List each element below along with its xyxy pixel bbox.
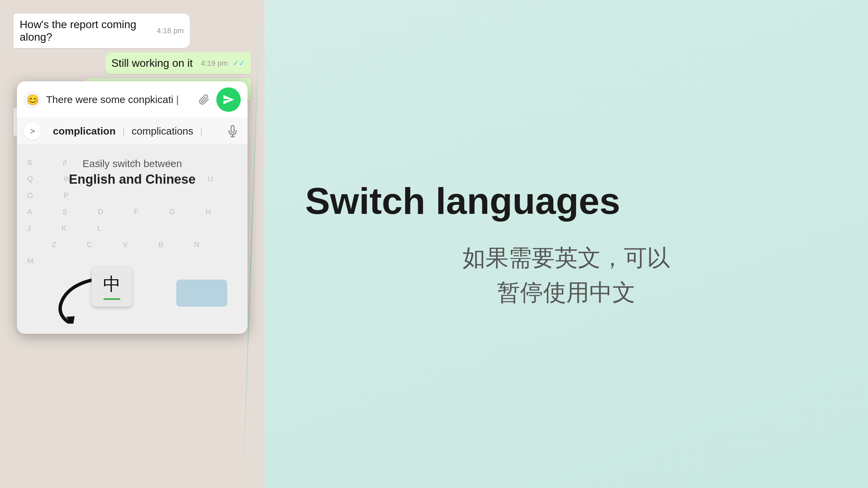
message-sent-2: Still working on it 4:19 pm ✓✓ xyxy=(105,52,251,74)
chinese-character: 中 xyxy=(103,272,121,296)
autocomplete-word-1[interactable]: complication xyxy=(46,123,122,140)
keyboard-title: English and Chinese xyxy=(27,172,237,187)
send-button[interactable] xyxy=(216,87,241,112)
message-text-1: How's the report coming along? xyxy=(20,18,149,43)
keyboard-overlay-text: Easily switch between English and Chines… xyxy=(17,151,248,204)
right-panel: Switch languages 如果需要英文，可以 暂停使用中文 xyxy=(264,0,868,488)
emoji-icon: 😊 xyxy=(26,94,39,106)
chat-background: How's the report coming along? 4:18 pm S… xyxy=(0,0,264,488)
message-received-1: How's the report coming along? 4:18 pm xyxy=(14,14,190,48)
microphone-button[interactable] xyxy=(224,123,241,139)
expand-icon: > xyxy=(30,126,35,136)
attachment-button[interactable] xyxy=(197,92,212,107)
message-text-2: Still working on it xyxy=(111,57,193,69)
autocomplete-word-2[interactable]: complications xyxy=(125,123,200,140)
message-time-1: 4:18 pm xyxy=(157,26,184,35)
autocomplete-divider-1: | xyxy=(122,126,125,137)
ghost-keyboard-row-3: A S D F G H J K L xyxy=(27,204,237,237)
emoji-button[interactable]: 😊 xyxy=(24,91,41,108)
keyboard-subtitle: Easily switch between xyxy=(27,158,237,169)
chinese-key-indicator xyxy=(103,298,120,300)
chinese-language-key[interactable]: 中 xyxy=(92,266,132,307)
autocomplete-row: > complication | complications | xyxy=(17,118,248,144)
message-ticks-2: ✓✓ xyxy=(233,59,245,68)
message-input[interactable]: There were some conpkicati xyxy=(46,94,192,105)
input-row: 😊 There were some conpkicati xyxy=(17,81,248,118)
message-time-2: 4:19 pm xyxy=(201,59,228,68)
ghost-keyboard-row-4: Z C V B N M xyxy=(27,237,237,269)
right-panel-subtitle: 如果需要英文，可以 暂停使用中文 xyxy=(305,240,827,309)
subtitle-line-1: 如果需要英文，可以 xyxy=(462,245,670,270)
keyboard-overlay: 😊 There were some conpkicati xyxy=(17,81,248,334)
input-text: There were some conpkicati xyxy=(46,94,173,105)
space-key-ghost xyxy=(176,280,227,307)
left-panel: How's the report coming along? 4:18 pm S… xyxy=(0,0,264,488)
right-panel-title: Switch languages xyxy=(305,179,827,223)
keyboard-bottom: S ∂ 8 B S Q W R T Y U O P A S D F G H J … xyxy=(17,144,248,334)
autocomplete-divider-2: | xyxy=(200,126,202,137)
expand-suggestions-button[interactable]: > xyxy=(24,122,41,140)
subtitle-line-2: 暂停使用中文 xyxy=(497,279,635,305)
